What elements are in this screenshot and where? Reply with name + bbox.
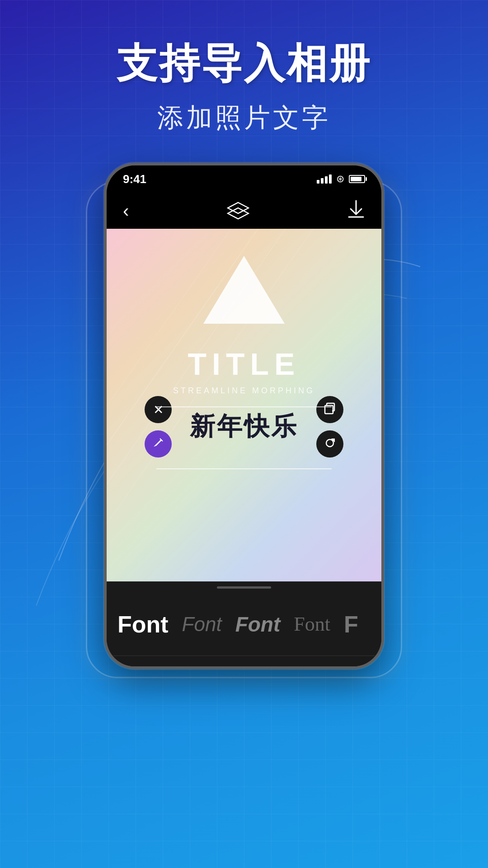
hero-title: 支持导入相册 bbox=[117, 36, 371, 91]
battery-icon bbox=[349, 175, 365, 183]
canvas-title: TITLE bbox=[188, 346, 300, 382]
layers-icon[interactable] bbox=[227, 202, 249, 220]
phone-bottom-panel: Font Font Font Font F bbox=[107, 581, 381, 669]
edit-icon bbox=[152, 437, 164, 451]
status-icons: ⊛ bbox=[317, 173, 365, 185]
font-item-serif[interactable]: Font bbox=[294, 613, 330, 636]
font-item-partial[interactable]: F bbox=[344, 611, 358, 638]
back-button[interactable]: ‹ bbox=[123, 201, 129, 221]
text-element[interactable]: ✕ 新年快乐 bbox=[158, 410, 330, 444]
phone-mockup: 9:41 ⊛ ‹ bbox=[90, 163, 398, 696]
font-label: Font bbox=[182, 613, 222, 636]
font-item-light[interactable]: Font bbox=[182, 613, 222, 636]
font-item-bold[interactable]: Font bbox=[117, 611, 169, 638]
drag-indicator bbox=[217, 586, 271, 589]
canvas-subtitle: STREAMLINE MORPHING bbox=[173, 386, 315, 396]
home-indicator-top bbox=[107, 582, 381, 593]
delete-handle[interactable]: ✕ bbox=[145, 396, 172, 423]
status-time: 9:41 bbox=[123, 172, 146, 186]
font-label: Font bbox=[235, 612, 281, 637]
bottom-tabs: A 字体 颜色 bbox=[107, 656, 381, 669]
selection-top bbox=[156, 406, 332, 407]
font-label: F bbox=[344, 611, 358, 638]
triangle-logo bbox=[203, 256, 285, 324]
wifi-icon: ⊛ bbox=[336, 173, 344, 185]
resize-handle[interactable] bbox=[316, 430, 343, 458]
content-wrapper: 支持导入相册 添加照片文字 9:41 ⊛ bbox=[0, 0, 488, 868]
copy-icon bbox=[323, 402, 337, 417]
edit-handle[interactable] bbox=[145, 430, 172, 458]
status-bar: 9:41 ⊛ bbox=[107, 165, 381, 193]
font-item-italic[interactable]: Font bbox=[235, 612, 281, 637]
close-icon: ✕ bbox=[153, 402, 164, 417]
phone-frame: 9:41 ⊛ ‹ bbox=[104, 163, 384, 669]
selection-bottom bbox=[156, 468, 332, 469]
duplicate-handle[interactable] bbox=[316, 396, 343, 423]
hero-subtitle: 添加照片文字 bbox=[157, 100, 331, 136]
app-topbar: ‹ bbox=[107, 193, 381, 229]
rotate-icon bbox=[323, 436, 337, 452]
signal-icon bbox=[317, 175, 332, 184]
download-button[interactable] bbox=[347, 200, 365, 222]
font-label: Font bbox=[117, 611, 169, 638]
editable-text[interactable]: 新年快乐 bbox=[158, 410, 330, 444]
font-selector[interactable]: Font Font Font Font F bbox=[107, 593, 381, 656]
canvas-area: TITLE STREAMLINE MORPHING ✕ bbox=[107, 229, 381, 581]
font-label: Font bbox=[294, 613, 330, 636]
